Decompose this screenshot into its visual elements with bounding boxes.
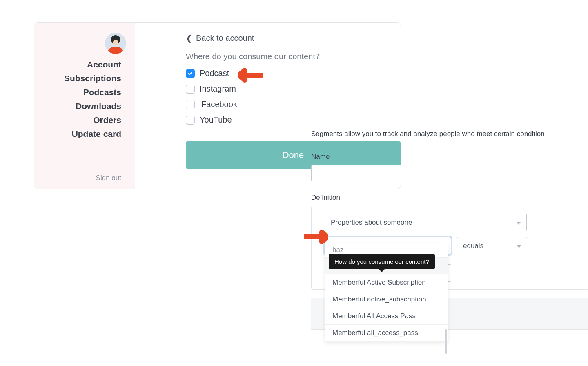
dropdown-item[interactable]: Memberful Active Subscription xyxy=(325,274,448,291)
option-facebook[interactable]: Facebook xyxy=(186,100,401,109)
sidebar-item-downloads[interactable]: Downloads xyxy=(76,101,121,111)
chevron-left-icon: ❮ xyxy=(186,34,192,43)
sidebar-item-account[interactable]: Account xyxy=(87,60,121,69)
select-value: Properties about someone xyxy=(331,219,412,227)
option-label: Facebook xyxy=(201,100,237,109)
option-podcast[interactable]: Podcast xyxy=(186,69,401,78)
select-value: equals xyxy=(463,242,483,250)
dropdown-item[interactable]: Memberful All Access Pass xyxy=(325,308,448,324)
definition-label: Definition xyxy=(311,194,588,202)
sidebar-item-podcasts[interactable]: Podcasts xyxy=(83,87,121,97)
select-properties[interactable]: Properties about someone xyxy=(325,214,527,231)
sidebar-item-orders[interactable]: Orders xyxy=(93,115,121,125)
sidebar-item-subscriptions[interactable]: Subscriptions xyxy=(64,74,121,83)
option-label: YouTube xyxy=(200,115,232,125)
caret-down-icon xyxy=(517,219,521,227)
segment-name-input[interactable] xyxy=(311,165,588,181)
sidebar: Account Subscriptions Podcasts Downloads… xyxy=(34,23,135,189)
back-label: Back to account xyxy=(196,33,254,43)
option-instagram[interactable]: Instagram xyxy=(186,84,401,94)
checkbox-unchecked-icon[interactable] xyxy=(186,116,195,125)
annotation-arrow-left-icon xyxy=(238,68,263,83)
dropdown-tooltip: How do you consume our content? xyxy=(329,254,435,269)
scrollbar[interactable] xyxy=(445,329,447,354)
sign-out-link[interactable]: Sign out xyxy=(96,174,121,182)
checkbox-unchecked-icon[interactable] xyxy=(186,100,195,109)
dropdown-item[interactable]: Memberful all_access_pass xyxy=(325,324,448,341)
back-to-account-link[interactable]: ❮ Back to account xyxy=(186,33,401,43)
checkbox-unchecked-icon[interactable] xyxy=(186,85,195,94)
name-field-label: Name xyxy=(311,153,588,161)
select-operator[interactable]: equals xyxy=(457,237,527,254)
checkbox-checked-icon[interactable] xyxy=(186,69,195,78)
dropdown-item[interactable]: Memberful active_subscription xyxy=(325,291,448,308)
caret-down-icon xyxy=(517,242,521,250)
option-label: Podcast xyxy=(200,69,229,78)
option-label: Instagram xyxy=(200,84,236,94)
avatar xyxy=(105,33,126,54)
sidebar-item-update-card[interactable]: Update card xyxy=(72,129,121,139)
segments-intro-text: Segments allow you to track and analyze … xyxy=(311,130,588,138)
question-text: Where do you consume our content? xyxy=(186,52,401,61)
option-youtube[interactable]: YouTube xyxy=(186,115,401,125)
annotation-arrow-right-icon xyxy=(304,230,328,246)
